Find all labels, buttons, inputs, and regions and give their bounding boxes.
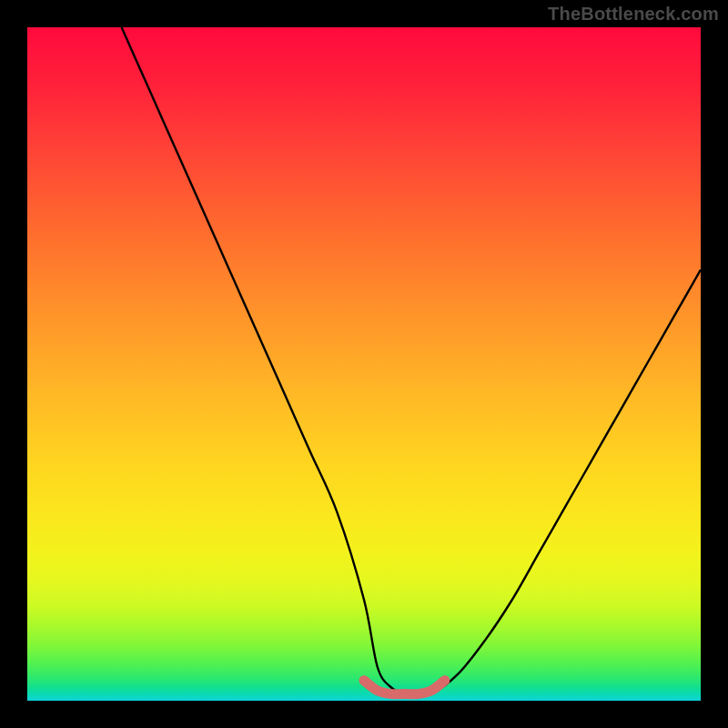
curve-layer [27,27,701,701]
flat-bottom-highlight-path [364,681,445,694]
chart-frame: TheBottleneck.com [0,0,728,728]
plot-area [27,27,701,701]
bottleneck-curve-path [122,27,701,695]
watermark-label: TheBottleneck.com [548,4,719,25]
